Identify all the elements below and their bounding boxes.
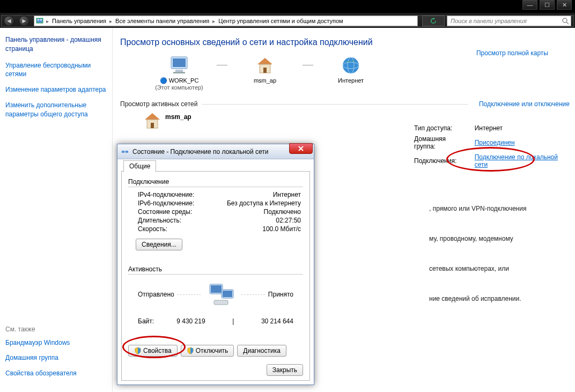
svg-rect-25	[214, 300, 228, 305]
house-icon	[142, 111, 165, 131]
ipv6-value: Без доступа к Интернету	[227, 199, 301, 207]
svg-rect-2	[40, 19, 42, 20]
see-also-internet-options[interactable]: Свойства обозревателя	[5, 369, 107, 378]
chevron-right-icon: ▸	[108, 18, 113, 24]
svg-rect-11	[263, 68, 267, 73]
dialog-titlebar[interactable]: Состояние - Подключение по локальной сет…	[117, 144, 314, 159]
media-state-value: Подключено	[264, 208, 301, 216]
shield-icon	[134, 347, 142, 354]
see-also-homegroup[interactable]: Домашняя группа	[5, 353, 107, 363]
media-state-label: Состояние среды:	[138, 208, 192, 216]
svg-point-3	[563, 18, 567, 23]
node-sub-0: (Этот компьютер)	[142, 84, 217, 91]
sent-label: Отправлено	[138, 291, 174, 298]
svg-rect-1	[38, 19, 39, 20]
close-icon	[298, 146, 304, 151]
partial-3: ние сведений об исправлении.	[429, 286, 526, 311]
breadcrumb-seg-1[interactable]: Все элементы панели управления	[113, 16, 211, 26]
partial-text-block: , прямого или VPN-подключения му, провод…	[429, 196, 526, 316]
active-networks-header: Просмотр активных сетей	[120, 100, 197, 108]
partial-0: , прямого или VPN-подключения	[429, 196, 526, 221]
map-node-this-pc[interactable]: 🔵 WORK_PC (Этот компьютер)	[142, 54, 217, 91]
control-panel-icon	[35, 17, 44, 25]
ipv4-value: Интернет	[273, 191, 301, 198]
map-node-internet[interactable]: Интернет	[313, 54, 388, 84]
network-icon	[121, 147, 129, 156]
details-button[interactable]: Сведения...	[136, 239, 182, 250]
refresh-icon	[430, 18, 437, 24]
svg-rect-22	[211, 285, 222, 293]
search-field[interactable]	[449, 17, 562, 25]
homegroup-link[interactable]: Присоединен	[475, 134, 574, 151]
node-label-0: WORK_PC	[169, 77, 199, 84]
properties-button-label: Свойства	[143, 347, 172, 354]
nav-back-button[interactable]: ◄	[2, 15, 17, 27]
computer-icon	[142, 54, 217, 77]
partial-2: сетевых компьютерах, или	[429, 256, 526, 281]
active-network-name: msm_ap	[165, 111, 191, 131]
bytes-label: Байт:	[138, 317, 154, 325]
sidebar-link-wireless[interactable]: Управление беспроводными сетями	[5, 61, 107, 79]
svg-rect-24	[223, 291, 232, 297]
svg-rect-18	[122, 151, 124, 153]
refresh-button[interactable]	[422, 16, 445, 26]
received-label: Принято	[268, 291, 293, 298]
window-close-button[interactable]: ✕	[557, 0, 572, 10]
sidebar-title[interactable]: Панель управления - домашняя страница	[5, 35, 107, 54]
partial-1: му, проводному, модемному	[429, 226, 526, 251]
window-minimize-button[interactable]: —	[522, 0, 537, 10]
connections-label: Подключения:	[414, 152, 474, 169]
svg-rect-19	[126, 151, 128, 153]
diagnose-button[interactable]: Диагностика	[237, 345, 286, 357]
svg-rect-7	[175, 70, 183, 72]
svg-line-4	[566, 22, 569, 24]
breadcrumb[interactable]: ▸ Панель управления ▸ Все элементы панел…	[34, 16, 418, 26]
speed-label: Скорость:	[138, 225, 167, 233]
globe-icon	[313, 54, 388, 77]
page-title: Просмотр основных сведений о сети и наст…	[120, 38, 570, 47]
chevron-right-icon: ▸	[45, 18, 50, 24]
see-also-firewall[interactable]: Брандмауэр Windows	[5, 338, 107, 347]
node-label-1: msm_ap	[227, 77, 303, 84]
disable-button[interactable]: Отключить	[181, 345, 234, 357]
svg-rect-8	[173, 72, 185, 73]
close-button[interactable]: Закрыть	[267, 364, 303, 376]
homegroup-label: Домашняя группа:	[414, 134, 474, 151]
network-map: 🔵 WORK_PC (Этот компьютер) msm_ap Интерн…	[142, 54, 570, 91]
ipv4-label: IPv4-подключение:	[138, 191, 194, 198]
group-activity-header: Активность	[128, 265, 303, 273]
svg-rect-0	[36, 18, 43, 23]
search-input[interactable]	[447, 16, 571, 26]
chevron-right-icon: ▸	[211, 18, 216, 24]
full-map-link[interactable]: Просмотр полной карты	[476, 49, 548, 57]
breadcrumb-seg-0[interactable]: Панель управления	[50, 16, 108, 26]
node-label-2: Интернет	[313, 77, 388, 84]
search-icon	[562, 17, 569, 25]
svg-point-12	[343, 57, 359, 73]
tab-general[interactable]: Общие	[123, 160, 156, 172]
access-type-value: Интернет	[475, 123, 574, 133]
address-bar: ◄ ► ▸ Панель управления ▸ Все элементы п…	[1, 15, 574, 27]
nav-forward-button[interactable]: ►	[17, 15, 32, 27]
map-node-router[interactable]: msm_ap	[227, 54, 303, 84]
svg-marker-15	[145, 113, 160, 120]
house-icon	[227, 54, 303, 77]
window-maximize-button[interactable]: ☐	[540, 0, 555, 10]
group-connection-header: Подключение	[128, 178, 303, 186]
svg-rect-17	[151, 123, 154, 128]
connect-disconnect-link[interactable]: Подключение или отключение	[479, 100, 570, 108]
sidebar-link-sharing[interactable]: Изменить дополнительные параметры общего…	[5, 101, 107, 119]
activity-icon	[204, 281, 238, 308]
speed-value: 100.0 Мбит/с	[262, 225, 301, 233]
duration-label: Длительность:	[138, 217, 181, 224]
disable-button-label: Отключить	[196, 347, 228, 354]
svg-marker-9	[257, 58, 272, 64]
dialog-title-text: Состояние - Подключение по локальной сет…	[132, 148, 269, 156]
sidebar: Панель управления - домашняя страница Уп…	[0, 28, 113, 392]
sidebar-link-adapter[interactable]: Изменение параметров адаптера	[5, 85, 107, 94]
breadcrumb-seg-2[interactable]: Центр управления сетями и общим доступом	[216, 16, 345, 26]
properties-button[interactable]: Свойства	[128, 345, 178, 357]
dialog-close-button[interactable]	[289, 143, 313, 154]
bytes-sent-value: 9 430 219	[176, 317, 205, 325]
connection-link[interactable]: Подключение по локальной сети	[475, 152, 574, 169]
